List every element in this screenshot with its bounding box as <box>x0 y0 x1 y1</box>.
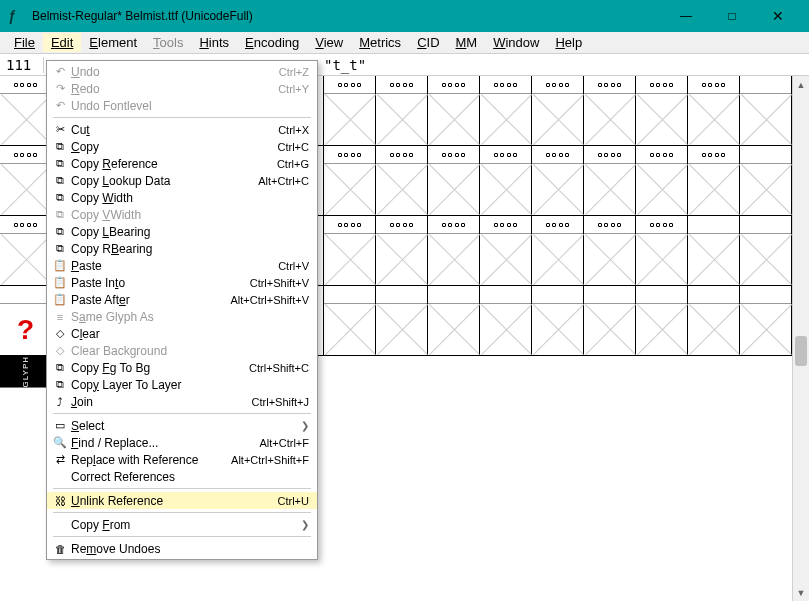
menu-item-copy-fg-to-bg[interactable]: ⧉Copy Fg To BgCtrl+Shift+C <box>47 359 317 376</box>
minimize-button[interactable]: — <box>663 0 709 32</box>
find-icon: 🔍 <box>51 436 69 450</box>
redo-icon: ↷ <box>51 82 69 96</box>
clear-icon: ◇ <box>51 327 69 341</box>
vertical-scrollbar[interactable]: ▲ ▼ <box>792 76 809 601</box>
menu-item-copy-lookup-data[interactable]: ⧉Copy Lookup DataAlt+Ctrl+C <box>47 172 317 189</box>
copy-icon: ⧉ <box>51 208 69 222</box>
menu-item-label: Join <box>69 395 252 409</box>
window-controls: — □ ✕ <box>663 0 801 32</box>
menu-item-redo: ↷RedoCtrl+Y <box>47 80 317 97</box>
menu-item-label: Remove Undoes <box>69 542 309 556</box>
menu-item-copy-lbearing[interactable]: ⧉Copy LBearing <box>47 223 317 240</box>
menu-edit[interactable]: Edit <box>43 33 81 52</box>
menu-item-label: Copy VWidth <box>69 208 309 222</box>
menu-shortcut: Ctrl+Y <box>278 83 309 95</box>
title-bar: ƒ Belmist-Regular* Belmist.ttf (UnicodeF… <box>0 0 809 32</box>
menu-view[interactable]: View <box>307 33 351 52</box>
unlink-icon: ⛓ <box>51 494 69 508</box>
app-icon: ƒ <box>8 8 24 24</box>
menu-item-copy-reference[interactable]: ⧉Copy ReferenceCtrl+G <box>47 155 317 172</box>
scroll-up-icon[interactable]: ▲ <box>793 76 809 93</box>
menu-shortcut: Ctrl+V <box>278 260 309 272</box>
copy-icon: ⧉ <box>51 157 69 171</box>
menu-item-label: Copy LBearing <box>69 225 309 239</box>
undo-icon: ↶ <box>51 99 69 113</box>
submenu-arrow-icon: ❯ <box>301 519 309 530</box>
menu-item-cut[interactable]: ✂CutCtrl+X <box>47 121 317 138</box>
correct-icon <box>51 470 69 484</box>
scroll-down-icon[interactable]: ▼ <box>793 584 809 601</box>
menu-item-label: Paste <box>69 259 278 273</box>
menu-item-join[interactable]: ⤴JoinCtrl+Shift+J <box>47 393 317 410</box>
menu-encoding[interactable]: Encoding <box>237 33 307 52</box>
copy-icon <box>51 518 69 532</box>
menu-bar: File Edit Element Tools Hints Encoding V… <box>0 32 809 54</box>
menu-item-copy-rbearing[interactable]: ⧉Copy RBearing <box>47 240 317 257</box>
paste-icon: 📋 <box>51 276 69 290</box>
menu-window[interactable]: Window <box>485 33 547 52</box>
menu-shortcut: Alt+Ctrl+Shift+V <box>230 294 309 306</box>
menu-metrics[interactable]: Metrics <box>351 33 409 52</box>
copy-icon: ⧉ <box>51 140 69 154</box>
menu-file[interactable]: File <box>6 33 43 52</box>
menu-item-paste-into[interactable]: 📋Paste IntoCtrl+Shift+V <box>47 274 317 291</box>
copy-icon: ⧉ <box>51 378 69 392</box>
menu-item-label: Correct References <box>69 470 309 484</box>
menu-mm[interactable]: MM <box>448 33 486 52</box>
same-icon: ≡ <box>51 310 69 324</box>
menu-item-label: Copy From <box>69 518 301 532</box>
menu-item-find-replace-[interactable]: 🔍Find / Replace...Alt+Ctrl+F <box>47 434 317 451</box>
menu-item-copy-width[interactable]: ⧉Copy Width <box>47 189 317 206</box>
copy-icon: ⧉ <box>51 225 69 239</box>
menu-help[interactable]: Help <box>547 33 590 52</box>
menu-shortcut: Ctrl+Shift+V <box>250 277 309 289</box>
close-button[interactable]: ✕ <box>755 0 801 32</box>
menu-item-paste-after[interactable]: 📋Paste AfterAlt+Ctrl+Shift+V <box>47 291 317 308</box>
glyph-marker: GLYPH <box>0 356 51 388</box>
menu-item-label: Redo <box>69 82 278 96</box>
menu-item-label: Copy Reference <box>69 157 277 171</box>
scroll-thumb[interactable] <box>795 336 807 366</box>
menu-shortcut: Ctrl+Shift+C <box>249 362 309 374</box>
menu-item-correct-references[interactable]: Correct References <box>47 468 317 485</box>
menu-item-replace-with-reference[interactable]: ⇄Replace with ReferenceAlt+Ctrl+Shift+F <box>47 451 317 468</box>
menu-item-label: Copy Layer To Layer <box>69 378 309 392</box>
menu-item-paste[interactable]: 📋PasteCtrl+V <box>47 257 317 274</box>
menu-cid[interactable]: CID <box>409 33 447 52</box>
menu-hints[interactable]: Hints <box>191 33 237 52</box>
copy-icon: ⧉ <box>51 174 69 188</box>
menu-item-label: Undo Fontlevel <box>69 99 309 113</box>
menu-item-label: Replace with Reference <box>69 453 231 467</box>
menu-item-unlink-reference[interactable]: ⛓Unlink ReferenceCtrl+U <box>47 492 317 509</box>
remove-icon: 🗑 <box>51 542 69 556</box>
menu-shortcut: Ctrl+Z <box>279 66 309 78</box>
menu-item-label: Copy <box>69 140 278 154</box>
glyph-index: 111 <box>0 57 44 73</box>
copy-icon: ⧉ <box>51 361 69 375</box>
menu-element[interactable]: Element <box>81 33 145 52</box>
menu-item-copy-vwidth: ⧉Copy VWidth <box>47 206 317 223</box>
menu-item-remove-undoes[interactable]: 🗑Remove Undoes <box>47 540 317 557</box>
menu-item-clear[interactable]: ◇Clear <box>47 325 317 342</box>
menu-item-label: Unlink Reference <box>69 494 278 508</box>
menu-item-label: Undo <box>69 65 279 79</box>
menu-item-label: Clear Background <box>69 344 309 358</box>
menu-item-label: Paste Into <box>69 276 250 290</box>
paste-icon: 📋 <box>51 293 69 307</box>
select-icon: ▭ <box>51 419 69 433</box>
menu-item-label: Find / Replace... <box>69 436 259 450</box>
maximize-button[interactable]: □ <box>709 0 755 32</box>
menu-item-copy-from[interactable]: Copy From❯ <box>47 516 317 533</box>
menu-item-copy-layer-to-layer[interactable]: ⧉Copy Layer To Layer <box>47 376 317 393</box>
replace-icon: ⇄ <box>51 453 69 467</box>
join-icon: ⤴ <box>51 395 69 409</box>
menu-item-select[interactable]: ▭Select❯ <box>47 417 317 434</box>
undo-icon: ↶ <box>51 65 69 79</box>
menu-item-label: Clear <box>69 327 309 341</box>
glyph-name: "t_t" <box>320 57 366 73</box>
menu-item-same-glyph-as: ≡Same Glyph As <box>47 308 317 325</box>
cut-icon: ✂ <box>51 123 69 137</box>
menu-item-copy[interactable]: ⧉CopyCtrl+C <box>47 138 317 155</box>
menu-tools[interactable]: Tools <box>145 33 191 52</box>
menu-item-label: Copy RBearing <box>69 242 309 256</box>
